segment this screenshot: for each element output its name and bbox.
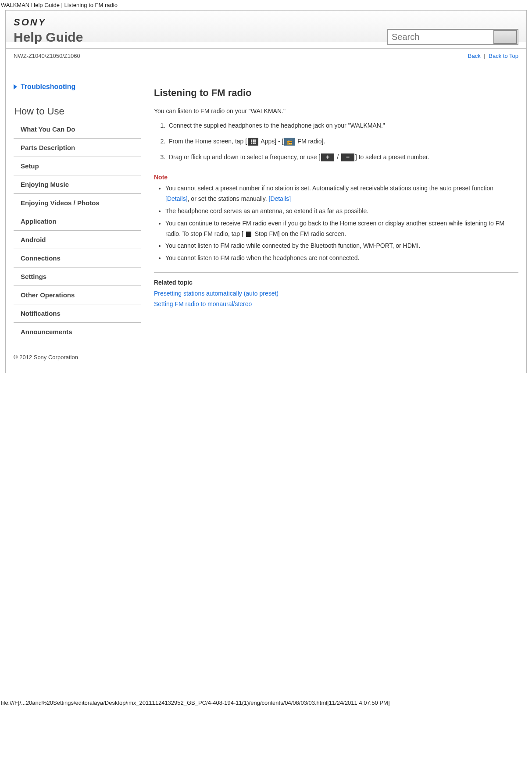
divider <box>154 272 518 273</box>
sidebar-item-connections[interactable]: Connections <box>14 249 141 268</box>
troubleshooting-label: Troubleshooting <box>21 83 75 91</box>
model-number: NWZ-Z1040/Z1050/Z1060 <box>14 53 80 59</box>
related-link-auto-preset[interactable]: Presetting stations automatically (auto … <box>154 289 518 299</box>
file-path-footer: file:///F|/...20and%20Settings/editorala… <box>0 698 532 708</box>
article-title: Listening to FM radio <box>154 87 518 99</box>
apps-icon <box>248 138 258 146</box>
sidebar-item-application[interactable]: Application <box>14 212 141 231</box>
note-4: You cannot listen to FM radio while conn… <box>165 240 518 252</box>
back-link[interactable]: Back <box>468 53 481 59</box>
step-3-text-c: ] to select a preset number. <box>355 153 429 161</box>
sidebar-item-what-you-can-do[interactable]: What You Can Do <box>14 120 141 139</box>
note-1-text-a: You cannot select a preset number if no … <box>165 185 493 192</box>
stop-icon <box>246 232 251 237</box>
back-to-top-link[interactable]: Back to Top <box>489 53 518 59</box>
step-3-text-a: Drag or flick up and down to select a fr… <box>169 153 320 161</box>
nav-separator: | <box>482 53 487 59</box>
how-to-use-heading: How to Use <box>14 103 141 120</box>
related-links: Presetting stations automatically (auto … <box>154 289 518 310</box>
article-body: Listening to FM radio You can listen to … <box>154 74 518 322</box>
related-link-monaural-stereo[interactable]: Setting FM radio to monaural/stereo <box>154 299 518 310</box>
content-frame: SONY Help Guide NWZ-Z1040/Z1050/Z1060 Ba… <box>5 10 527 373</box>
details-link-1[interactable]: [Details] <box>165 195 188 202</box>
details-link-2[interactable]: [Details] <box>269 195 291 202</box>
fm-radio-icon: 📻 <box>284 138 295 146</box>
sidebar-item-other-operations[interactable]: Other Operations <box>14 286 141 304</box>
sidebar: Troubleshooting How to Use What You Can … <box>14 74 141 341</box>
step-1-text: Connect the supplied headphones to the h… <box>169 122 385 129</box>
step-2-text-c: FM radio]. <box>296 138 325 145</box>
note-2: The headphone cord serves as an antenna,… <box>165 205 518 218</box>
steps-list: Connect the supplied headphones to the h… <box>154 119 518 166</box>
sidebar-item-announcements[interactable]: Announcements <box>14 323 141 341</box>
sidebar-item-enjoying-videos-photos[interactable]: Enjoying Videos / Photos <box>14 194 141 212</box>
notes-list: You cannot select a preset number if no … <box>154 182 518 264</box>
brand-block: SONY Help Guide <box>14 17 83 45</box>
step-3-text-b: / <box>335 153 340 161</box>
copyright: © 2012 Sony Corporation <box>6 345 526 369</box>
step-3: Drag or flick up and down to select a fr… <box>167 150 518 166</box>
note-5: You cannot listen to FM radio when the h… <box>165 252 518 264</box>
step-2-text-a: From the Home screen, tap [ <box>169 138 247 145</box>
page-title-bar: WALKMAN Help Guide | Listening to FM rad… <box>0 0 532 10</box>
article-intro: You can listen to FM radio on your "WALK… <box>154 107 518 114</box>
search-input[interactable] <box>388 30 493 43</box>
step-1: Connect the supplied headphones to the h… <box>167 119 518 135</box>
sidebar-item-enjoying-music[interactable]: Enjoying Music <box>14 175 141 194</box>
step-2: From the Home screen, tap [ Apps] - [📻 F… <box>167 135 518 150</box>
sidebar-item-setup[interactable]: Setup <box>14 157 141 175</box>
sony-logo: SONY <box>14 17 83 28</box>
plus-icon: + <box>321 153 334 161</box>
note-1: You cannot select a preset number if no … <box>165 182 518 205</box>
step-2-text-b: Apps] - [ <box>259 138 283 145</box>
search-button[interactable] <box>493 30 517 44</box>
search-box <box>387 29 518 45</box>
note-3-text-b: Stop FM] on the FM radio screen. <box>253 230 346 237</box>
note-1-text-c: , or set the stations manually. <box>188 195 269 202</box>
top-nav-links: Back | Back to Top <box>468 53 518 59</box>
related-topic-heading: Related topic <box>154 279 518 286</box>
sidebar-item-parts-description[interactable]: Parts Description <box>14 139 141 157</box>
troubleshooting-link[interactable]: Troubleshooting <box>14 83 141 91</box>
help-guide-heading: Help Guide <box>14 30 83 45</box>
sidebar-item-android[interactable]: Android <box>14 231 141 249</box>
chevron-right-icon <box>14 84 17 89</box>
divider-2 <box>154 316 518 316</box>
minus-icon: − <box>341 153 354 161</box>
note-3: You can continue to receive FM radio eve… <box>165 218 518 240</box>
note-heading: Note <box>154 174 518 181</box>
sidebar-item-settings[interactable]: Settings <box>14 268 141 286</box>
sidebar-item-notifications[interactable]: Notifications <box>14 304 141 323</box>
